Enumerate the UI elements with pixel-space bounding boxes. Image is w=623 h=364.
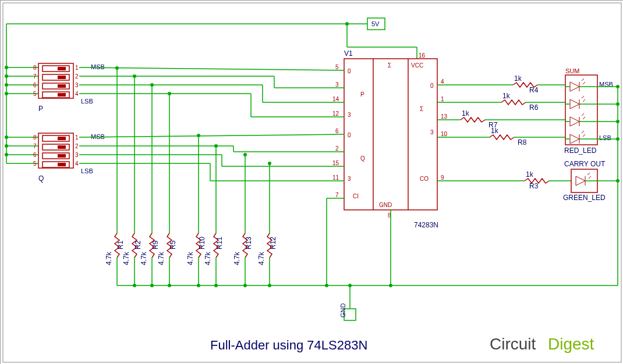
chip-q-label: Q: [360, 155, 365, 162]
svg-point-15: [5, 92, 8, 95]
svg-point-99: [389, 284, 392, 287]
r8-val: 1k: [491, 127, 499, 135]
r4-ref: R4: [529, 86, 539, 94]
svg-rect-31: [58, 93, 66, 97]
r1-val: 4.7k: [105, 251, 113, 265]
r5-val: 4.7k: [157, 251, 165, 265]
chip-sigma-top: Σ: [388, 62, 391, 69]
svg-point-135: [616, 120, 620, 123]
s-bit3: 3: [430, 129, 434, 135]
chip-part: 74283N: [414, 221, 438, 229]
pin-q1: 2: [335, 145, 339, 152]
svg-point-94: [243, 284, 247, 287]
pin-vcc-16: 16: [419, 52, 426, 59]
dip-q-pin3: 3: [75, 152, 79, 158]
dip-q-lsb: LSB: [81, 167, 93, 174]
dip-p-ref: P: [38, 105, 43, 113]
logo-accent: Digest: [548, 335, 594, 353]
pulldown-junctions: [115, 66, 271, 165]
dip-p-pin4: 4: [75, 91, 79, 97]
svg-point-11: [5, 74, 8, 78]
sum-leds: [570, 78, 585, 144]
r11-val: 4.7k: [204, 251, 212, 265]
logo-main: Circuit: [490, 335, 536, 353]
r12-ref: R12: [269, 237, 277, 249]
svg-rect-0: [3, 3, 621, 362]
pin-p1: 3: [335, 81, 339, 88]
r12-val: 4.7k: [257, 251, 266, 265]
r2-val: 4.7k: [122, 251, 130, 265]
pin-s1: 1: [441, 96, 444, 102]
dip-p-pin2: 2: [75, 73, 79, 80]
q-bit0: 0: [348, 132, 351, 138]
svg-rect-36: [58, 145, 66, 149]
chip-ref: V1: [344, 49, 353, 58]
5v-rail-label: 5V: [371, 20, 380, 27]
chip-ci-label: CI: [353, 193, 359, 199]
svg-line-44: [79, 67, 344, 70]
pin-s3: 10: [441, 131, 448, 137]
dip-p-pin6: 6: [33, 82, 37, 88]
pin-p0: 5: [335, 64, 339, 70]
svg-point-21: [5, 153, 8, 156]
dip-p-pin1: 1: [75, 65, 79, 71]
svg-point-139: [616, 179, 620, 183]
svg-point-92: [197, 284, 200, 287]
svg-point-93: [214, 284, 218, 287]
pin-co: 9: [441, 174, 444, 181]
r3-ref: R3: [529, 182, 539, 190]
svg-point-90: [150, 284, 154, 287]
svg-rect-38: [58, 154, 66, 158]
r6-ref: R6: [529, 104, 539, 112]
dip-q-pin7: 7: [33, 143, 37, 149]
s-bit0: 0: [430, 83, 434, 89]
r10-ref: R10: [198, 237, 206, 249]
pin-p3: 12: [332, 110, 339, 117]
dip-p-msb: MSB: [91, 63, 105, 70]
dip-p-rows: [43, 66, 69, 98]
chip-co-label: CO: [420, 176, 429, 182]
dip-q-pin6: 6: [33, 152, 37, 158]
svg-point-137: [616, 137, 620, 141]
svg-point-9: [5, 66, 8, 69]
r10-val: 4.7k: [186, 251, 194, 265]
chip-gnd-label: GND: [379, 202, 392, 208]
pin-q0: 6: [335, 128, 339, 134]
svg-point-95: [268, 284, 271, 287]
dip-q-pin2: 2: [75, 143, 79, 149]
r3-val: 1k: [526, 170, 534, 179]
green-led-ref: GREEN_LED: [563, 194, 606, 202]
dip-q-pin4: 4: [75, 160, 79, 167]
svg-point-131: [616, 85, 620, 88]
svg-point-133: [616, 102, 620, 106]
r1-ref: R1: [116, 240, 125, 249]
chip-vcc-label: VCC: [411, 62, 423, 69]
sum-label: SUM: [565, 67, 579, 74]
svg-line-54: [79, 134, 344, 137]
schematic-title: Full-Adder using 74LS283N: [210, 338, 367, 352]
r9-ref: R9: [151, 240, 160, 249]
svg-rect-32: [38, 133, 73, 168]
schematic-canvas: 5V 8 7 6 5 1 2 3 4 P MSB LSB 8 7 6 5 1 2…: [0, 0, 623, 364]
pin-q2: 15: [332, 160, 339, 166]
red-led-ref: RED_LED: [564, 147, 597, 155]
r11-ref: R11: [215, 237, 224, 249]
dip-p-pin8: 8: [33, 65, 37, 71]
svg-rect-40: [58, 163, 66, 166]
pin-q3: 11: [332, 174, 339, 181]
carry-led: [576, 173, 591, 185]
svg-rect-41: [344, 59, 437, 210]
p-bit0: 0: [348, 68, 351, 74]
svg-rect-34: [58, 137, 66, 140]
dip-p-lsb: LSB: [81, 98, 93, 105]
chip-p-label: P: [360, 91, 364, 98]
carry-label: CARRY OUT: [564, 160, 606, 168]
svg-point-17: [5, 135, 8, 139]
svg-point-91: [168, 284, 171, 287]
dip-q-pin1: 1: [75, 134, 79, 141]
r9-val: 4.7k: [140, 251, 148, 265]
gnd-tag: GND: [339, 304, 346, 318]
pin-p2: 14: [332, 96, 339, 102]
r13-ref: R13: [245, 237, 253, 249]
svg-rect-27: [58, 76, 66, 79]
